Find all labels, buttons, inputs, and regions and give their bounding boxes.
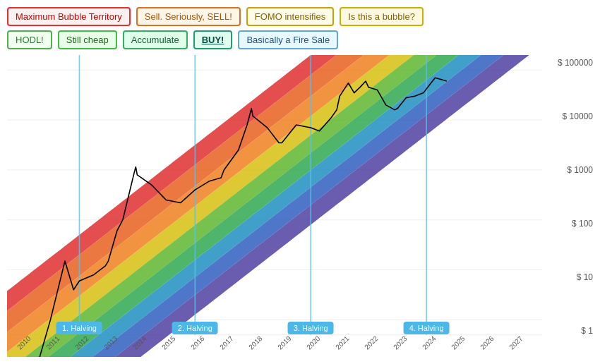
legend-badge: Accumulate — [123, 30, 188, 49]
x-axis-label: 2017 — [218, 334, 235, 351]
x-axis-label: 2011 — [45, 334, 62, 351]
x-axis-label: 2016 — [189, 334, 206, 351]
legend-badge: Basically a Fire Sale — [238, 30, 338, 49]
x-axis-label: 2014 — [132, 334, 149, 351]
main-container: Maximum Bubble TerritorySell. Seriously,… — [0, 0, 600, 364]
y-axis: $ 100000$ 10000$ 1000$ 100$ 10$ 1 — [542, 55, 593, 357]
y-axis-label: $ 1000 — [567, 165, 593, 175]
legend-rows: Maximum Bubble TerritorySell. Seriously,… — [7, 7, 593, 49]
chart-inner: 1. Halving2. Halving3. Halving4. Halving… — [7, 55, 542, 357]
x-axis-label: 2024 — [421, 334, 438, 351]
x-axis-label: 2012 — [74, 334, 91, 351]
legend-badge: Still cheap — [58, 30, 117, 49]
y-axis-label: $ 100 — [572, 219, 593, 229]
legend-badge: FOMO intensifies — [246, 7, 334, 26]
y-axis-label: $ 10 — [577, 272, 593, 282]
rainbow-chart-svg — [7, 55, 542, 357]
x-axis-label: 2025 — [450, 334, 467, 351]
legend-badge: Is this a bubble? — [340, 7, 424, 26]
x-axis-label: 2019 — [276, 334, 293, 351]
halving-label: 3. Halving — [288, 322, 334, 334]
x-axis: 2010201120122013201420152016201720182019… — [7, 337, 542, 357]
y-axis-label: $ 10000 — [563, 111, 593, 121]
y-axis-label: $ 100000 — [558, 58, 593, 68]
x-axis-label: 2010 — [16, 334, 33, 351]
chart-area: 1. Halving2. Halving3. Halving4. Halving… — [7, 55, 593, 357]
x-axis-label: 2013 — [103, 334, 120, 351]
x-axis-label: 2018 — [247, 334, 264, 351]
x-axis-label: 2026 — [479, 334, 496, 351]
x-axis-label: 2023 — [392, 334, 409, 351]
x-axis-label: 2027 — [508, 334, 524, 351]
legend-badge: BUY! — [193, 30, 233, 49]
x-axis-label: 2020 — [305, 334, 322, 351]
halving-label: 1. Halving — [56, 322, 102, 334]
legend-badge: Maximum Bubble Territory — [7, 7, 131, 26]
legend-badge: Sell. Seriously, SELL! — [136, 7, 241, 26]
halving-label: 2. Halving — [172, 322, 218, 334]
legend-row-1: Maximum Bubble TerritorySell. Seriously,… — [7, 7, 593, 26]
y-axis-label: $ 1 — [581, 326, 593, 336]
legend-row-2: HODL!Still cheapAccumulateBUY!Basically … — [7, 30, 593, 49]
legend-badge: HODL! — [7, 30, 52, 49]
halving-label: 4. Halving — [404, 322, 450, 334]
x-axis-label: 2015 — [160, 334, 177, 351]
x-axis-label: 2021 — [334, 334, 351, 351]
x-axis-label: 2022 — [363, 334, 380, 351]
